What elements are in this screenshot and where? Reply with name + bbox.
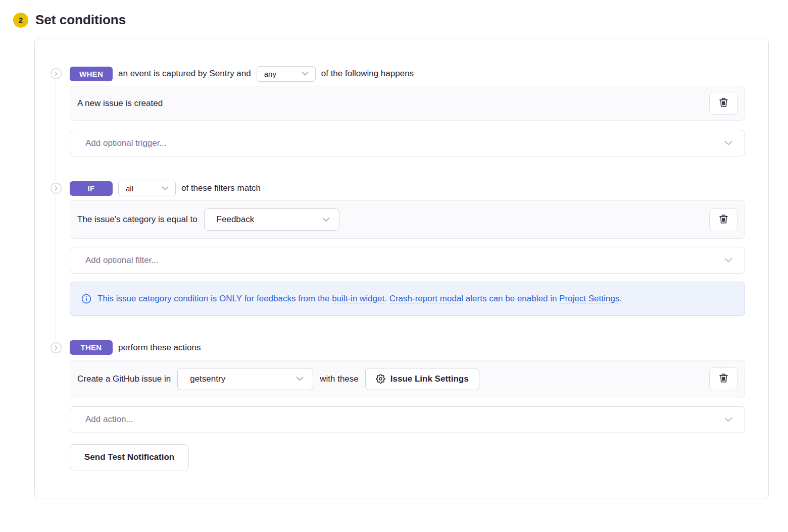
gear-icon [376, 374, 385, 384]
conditions-panel: WHEN an event is captured by Sentry and … [34, 38, 769, 499]
add-action-placeholder: Add action... [85, 414, 133, 424]
issue-link-settings-button[interactable]: Issue Link Settings [365, 368, 479, 390]
info-alert-suffix: . [619, 294, 622, 303]
chevron-down-icon [724, 141, 732, 145]
built-in-widget-link[interactable]: built-in widget [332, 294, 384, 303]
then-step-gutter [35, 340, 70, 470]
issue-category-info-alert: This issue category condition is ONLY fo… [70, 282, 745, 316]
filter-value-select-value: Feedback [217, 215, 255, 225]
action-label-after: with these [320, 374, 359, 384]
chevron-down-icon [162, 186, 169, 190]
chevron-down-icon [724, 417, 732, 422]
when-match-select[interactable]: any [257, 66, 316, 82]
filter-label: The issue's category is equal to [77, 215, 198, 225]
chevron-down-icon [302, 72, 309, 76]
add-filter-dropdown[interactable]: Add optional filter... [70, 247, 745, 274]
info-alert-between-1: . [384, 294, 389, 303]
delete-trigger-button[interactable] [709, 92, 738, 115]
if-badge: IF [70, 181, 113, 196]
action-repo-select[interactable]: getsentry [177, 368, 313, 390]
chevron-down-icon [296, 377, 304, 381]
if-heading: IF all of these filters match [70, 181, 745, 196]
action-row: Create a GitHub issue in getsentry with … [70, 360, 745, 398]
then-step: THEN perform these actions Create a GitH… [35, 340, 745, 470]
info-alert-prefix: This issue category condition is ONLY fo… [97, 294, 332, 303]
add-action-dropdown[interactable]: Add action... [70, 406, 745, 433]
if-match-select[interactable]: all [118, 181, 176, 196]
info-icon [81, 292, 91, 306]
if-step: IF all of these filters match The issue'… [35, 181, 745, 316]
if-match-select-value: all [126, 184, 133, 193]
then-heading: THEN perform these actions [70, 340, 745, 355]
add-trigger-dropdown[interactable]: Add optional trigger... [70, 130, 745, 156]
when-step-gutter [35, 66, 70, 156]
info-alert-between-2: alerts can be enabled in [463, 294, 559, 303]
when-text-before: an event is captured by Sentry and [118, 69, 251, 79]
trash-icon [719, 373, 728, 385]
chevron-right-circle-icon[interactable] [51, 68, 62, 79]
step-number-badge: 2 [13, 13, 28, 28]
project-settings-link[interactable]: Project Settings [559, 294, 619, 303]
when-step: WHEN an event is captured by Sentry and … [35, 66, 745, 156]
filter-row: The issue's category is equal to Feedbac… [70, 200, 745, 239]
filter-value-select[interactable]: Feedback [204, 208, 339, 231]
then-badge: THEN [70, 340, 113, 355]
when-badge: WHEN [70, 67, 113, 81]
trash-icon [719, 214, 728, 226]
chevron-down-icon [322, 218, 330, 222]
action-label-before: Create a GitHub issue in [77, 374, 171, 384]
send-test-notification-button[interactable]: Send Test Notification [70, 444, 189, 470]
chevron-down-icon [724, 258, 732, 262]
when-match-select-value: any [264, 70, 276, 78]
when-text-after: of the following happens [321, 69, 414, 79]
crash-report-modal-link[interactable]: Crash-report modal [389, 294, 463, 303]
issue-link-settings-label: Issue Link Settings [390, 374, 469, 384]
chevron-right-circle-icon[interactable] [51, 342, 62, 353]
trigger-row: A new issue is created [70, 86, 745, 121]
info-alert-text: This issue category condition is ONLY fo… [97, 292, 622, 306]
add-filter-placeholder: Add optional filter... [85, 255, 159, 265]
action-repo-select-value: getsentry [190, 374, 225, 384]
page-header: 2 Set conditions [0, 0, 788, 28]
page-title: Set conditions [35, 12, 126, 28]
chevron-right-circle-icon[interactable] [51, 183, 62, 194]
delete-filter-button[interactable] [709, 208, 738, 231]
if-text-after: of these filters match [181, 183, 261, 193]
delete-action-button[interactable] [709, 367, 738, 390]
if-step-gutter [35, 181, 70, 316]
trash-icon [719, 97, 728, 109]
then-heading-text: perform these actions [118, 343, 201, 353]
add-trigger-placeholder: Add optional trigger... [85, 138, 167, 148]
trigger-label: A new issue is created [77, 98, 163, 109]
when-heading: WHEN an event is captured by Sentry and … [70, 66, 745, 81]
